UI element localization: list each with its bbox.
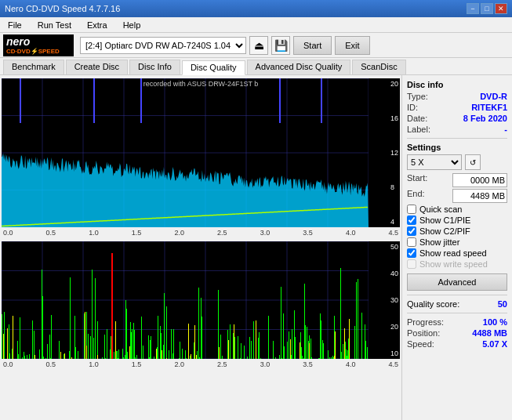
end-mb-input[interactable] bbox=[452, 189, 507, 203]
main-content: recorded with ASUS DRW-24F1ST b 20161284… bbox=[0, 75, 512, 420]
show-jitter-label: Show jitter bbox=[419, 237, 459, 247]
toolbar: nero CD·DVD⚡SPEED [2:4] Optiarc DVD RW A… bbox=[0, 33, 512, 58]
show-c2-pif-checkbox[interactable] bbox=[407, 226, 416, 236]
speed-stat-row: Speed: 5.07 X bbox=[407, 339, 507, 349]
start-mb-label: Start: bbox=[407, 173, 427, 187]
disc-label-value: - bbox=[504, 125, 507, 134]
exit-button[interactable]: Exit bbox=[335, 36, 369, 55]
show-jitter-row: Show jitter bbox=[407, 237, 507, 247]
start-mb-input[interactable] bbox=[452, 173, 507, 187]
tab-create-disc[interactable]: Create Disc bbox=[66, 60, 128, 74]
nero-logo-text: nero bbox=[6, 35, 60, 48]
show-c2-pif-label: Show C2/PIF bbox=[419, 226, 470, 236]
disc-label-label: Label: bbox=[407, 125, 430, 134]
show-c1-pie-label: Show C1/PIE bbox=[419, 215, 470, 225]
tab-scan-disc[interactable]: ScanDisc bbox=[352, 60, 405, 74]
show-read-speed-checkbox[interactable] bbox=[407, 248, 416, 258]
maximize-button[interactable]: □ bbox=[481, 3, 493, 14]
pif-chart-container: 5040302010 bbox=[2, 241, 400, 359]
progress-row: Progress: 100 % bbox=[407, 317, 507, 327]
top-y-labels: 20161284 bbox=[390, 78, 398, 227]
show-read-speed-row: Show read speed bbox=[407, 248, 507, 258]
nero-logo: nero CD·DVD⚡SPEED bbox=[3, 34, 74, 56]
bottom-y-labels: 5040302010 bbox=[390, 241, 398, 359]
progress-value: 100 % bbox=[483, 317, 507, 327]
type-value: DVD-R bbox=[480, 92, 507, 101]
drive-select[interactable]: [2:4] Optiarc DVD RW AD-7240S 1.04 bbox=[80, 37, 246, 54]
advanced-button[interactable]: Advanced bbox=[407, 273, 507, 291]
position-row: Position: 4488 MB bbox=[407, 328, 507, 338]
tab-advanced-disc-quality[interactable]: Advanced Disc Quality bbox=[247, 60, 351, 74]
id-value: RITEKF1 bbox=[471, 103, 507, 112]
date-value: 8 Feb 2020 bbox=[463, 114, 507, 123]
divider-1 bbox=[407, 138, 507, 139]
app-title: Nero CD-DVD Speed 4.7.7.16 bbox=[5, 4, 120, 13]
nero-logo-sub: CD·DVD⚡SPEED bbox=[6, 48, 60, 55]
label-row: Label: - bbox=[407, 125, 507, 134]
menu-run-test[interactable]: Run Test bbox=[33, 19, 76, 31]
quality-score-label: Quality score: bbox=[407, 299, 459, 309]
menu-file[interactable]: File bbox=[3, 19, 27, 31]
show-jitter-checkbox[interactable] bbox=[407, 237, 416, 247]
quick-scan-label: Quick scan bbox=[419, 205, 462, 214]
quick-scan-row: Quick scan bbox=[407, 205, 507, 214]
refresh-icon-btn[interactable]: ↺ bbox=[465, 154, 481, 170]
date-row: Date: 8 Feb 2020 bbox=[407, 114, 507, 123]
quality-score-row: Quality score: 50 bbox=[407, 299, 507, 309]
menu-extra[interactable]: Extra bbox=[82, 19, 112, 31]
quality-score-value: 50 bbox=[498, 299, 507, 309]
tab-bar: Benchmark Create Disc Disc Info Disc Qua… bbox=[0, 58, 512, 75]
speed-row: 5 X ↺ bbox=[407, 154, 507, 170]
position-label: Position: bbox=[407, 328, 440, 338]
show-c1-pie-checkbox[interactable] bbox=[407, 215, 416, 225]
id-row: ID: RITEKF1 bbox=[407, 103, 507, 112]
eject-icon-btn[interactable]: ⏏ bbox=[249, 36, 268, 55]
menu-bar: File Run Test Extra Help bbox=[0, 17, 512, 33]
type-row: Type: DVD-R bbox=[407, 92, 507, 101]
progress-label: Progress: bbox=[407, 317, 444, 327]
title-bar: Nero CD-DVD Speed 4.7.7.16 − □ ✕ bbox=[0, 0, 512, 17]
sidebar: Disc info Type: DVD-R ID: RITEKF1 Date: … bbox=[402, 75, 512, 420]
save-icon-btn[interactable]: 💾 bbox=[271, 36, 290, 55]
quick-scan-checkbox[interactable] bbox=[407, 205, 416, 214]
id-label: ID: bbox=[407, 103, 418, 112]
divider-3 bbox=[407, 313, 507, 313]
end-mb-label: End: bbox=[407, 189, 425, 203]
speed-select[interactable]: 5 X bbox=[407, 154, 462, 170]
menu-help[interactable]: Help bbox=[118, 19, 146, 31]
start-mb-row: Start: bbox=[407, 173, 507, 187]
pie-chart-container: recorded with ASUS DRW-24F1ST b 20161284 bbox=[2, 78, 400, 227]
bottom-x-axis: 0.00.51.01.52.02.53.03.54.04.5 bbox=[2, 360, 400, 368]
tab-disc-info[interactable]: Disc Info bbox=[129, 60, 180, 74]
disc-info-title: Disc info bbox=[407, 80, 507, 89]
start-button[interactable]: Start bbox=[293, 36, 332, 55]
top-x-axis: 0.00.51.01.52.02.53.03.54.04.5 bbox=[2, 229, 400, 237]
show-c2-pif-row: Show C2/PIF bbox=[407, 226, 507, 236]
date-label: Date: bbox=[407, 114, 427, 123]
show-write-speed-checkbox[interactable] bbox=[407, 259, 416, 269]
show-write-speed-row: Show write speed bbox=[407, 259, 507, 269]
speed-stat-label: Speed: bbox=[407, 339, 434, 349]
type-label: Type: bbox=[407, 92, 428, 101]
position-value: 4488 MB bbox=[472, 328, 507, 338]
tab-disc-quality[interactable]: Disc Quality bbox=[182, 60, 245, 75]
close-button[interactable]: ✕ bbox=[495, 3, 507, 14]
window-controls: − □ ✕ bbox=[467, 3, 507, 14]
divider-2 bbox=[407, 295, 507, 295]
minimize-button[interactable]: − bbox=[467, 3, 479, 14]
charts-area: recorded with ASUS DRW-24F1ST b 20161284… bbox=[0, 75, 402, 420]
speed-stat-value: 5.07 X bbox=[482, 339, 507, 349]
end-mb-row: End: bbox=[407, 189, 507, 203]
tab-benchmark[interactable]: Benchmark bbox=[3, 60, 64, 74]
show-read-speed-label: Show read speed bbox=[419, 248, 487, 258]
show-write-speed-label: Show write speed bbox=[419, 259, 488, 269]
show-c1-pie-row: Show C1/PIE bbox=[407, 215, 507, 225]
settings-title: Settings bbox=[407, 143, 507, 152]
